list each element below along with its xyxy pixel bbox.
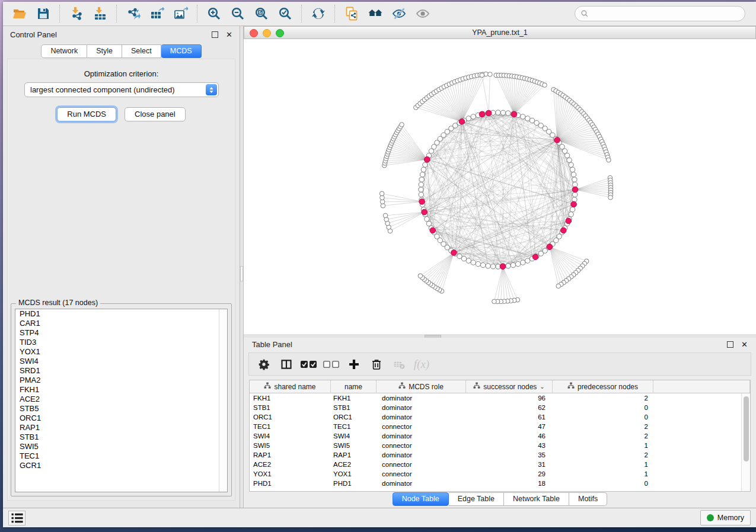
- table-cell: 35: [466, 451, 553, 459]
- mcds-result-item[interactable]: GCR1: [15, 461, 227, 470]
- column-type-icon: [398, 382, 406, 391]
- mcds-result-item[interactable]: SWI5: [15, 442, 227, 451]
- mcds-result-item[interactable]: SRD1: [15, 366, 227, 376]
- table-row[interactable]: ACE2ACE2connector311: [250, 460, 750, 469]
- tab-motifs[interactable]: Motifs: [569, 492, 607, 506]
- mcds-result-item[interactable]: PHD1: [15, 309, 227, 319]
- deselect-all-icon[interactable]: [321, 355, 342, 373]
- network-view-canvas[interactable]: [244, 39, 756, 334]
- mcds-result-item[interactable]: TEC1: [15, 451, 227, 461]
- table-row[interactable]: STB1STB1dominator620: [250, 403, 750, 412]
- memory-button[interactable]: Memory: [700, 510, 751, 525]
- table-scrollbar[interactable]: [741, 393, 750, 491]
- column-type-icon: [264, 382, 271, 391]
- mcds-result-item[interactable]: STB1: [15, 432, 227, 442]
- mcds-result-item[interactable]: SWI4: [15, 357, 227, 366]
- control-panel-tabs: NetworkStyleSelectMCDS: [3, 44, 240, 58]
- mcds-result-item[interactable]: YOX1: [15, 347, 227, 357]
- close-panel-icon[interactable]: ✕: [226, 32, 232, 37]
- table-cell: PHD1: [250, 480, 331, 487]
- tab-mcds[interactable]: MCDS: [161, 44, 202, 58]
- task-history-button[interactable]: [8, 511, 25, 525]
- column-header-shared-name[interactable]: shared name: [250, 380, 331, 393]
- column-header-successor-nodes[interactable]: successor nodes⌄: [466, 380, 553, 393]
- import-table-icon[interactable]: [88, 4, 112, 23]
- add-column-icon[interactable]: [344, 355, 364, 373]
- mcds-result-item[interactable]: ORC1: [15, 414, 227, 423]
- table-row[interactable]: TEC1TEC1connector472: [250, 422, 750, 431]
- table-cell: SWI5: [331, 442, 377, 449]
- open-file-icon[interactable]: [8, 4, 31, 23]
- table-cell: connector: [377, 470, 466, 477]
- export-network-icon[interactable]: [122, 4, 145, 23]
- maximize-window-icon[interactable]: [276, 29, 284, 37]
- vertical-splitter[interactable]: [240, 26, 244, 508]
- close-window-icon[interactable]: [250, 29, 258, 37]
- float-panel-icon[interactable]: [212, 31, 218, 38]
- tab-style[interactable]: Style: [87, 44, 122, 58]
- table-row[interactable]: RAP1RAP1dominator352: [250, 450, 750, 460]
- criterion-select[interactable]: largest connected component (undirected)…: [24, 82, 219, 97]
- close-table-panel-icon[interactable]: ✕: [741, 342, 748, 347]
- table-row[interactable]: PHD1PHD1dominator180: [250, 479, 750, 488]
- search-input[interactable]: [592, 9, 739, 18]
- float-table-panel-icon[interactable]: [727, 341, 733, 348]
- mcds-result-item[interactable]: STP4: [15, 328, 227, 338]
- column-header-MCDS-role[interactable]: MCDS role: [377, 380, 466, 393]
- refresh-icon[interactable]: [307, 4, 330, 23]
- zoom-in-icon[interactable]: [202, 4, 226, 23]
- zoom-fit-icon[interactable]: [250, 4, 273, 23]
- zoom-out-icon[interactable]: [226, 4, 250, 23]
- table-cell: 2: [553, 395, 653, 402]
- mcds-result-item[interactable]: STB5: [15, 404, 227, 414]
- tab-network[interactable]: Network: [41, 44, 87, 58]
- mcds-result-title: MCDS result (17 nodes): [16, 299, 100, 307]
- close-panel-button[interactable]: Close panel: [125, 107, 186, 121]
- mcds-list-scrollbar[interactable]: [219, 309, 227, 492]
- mcds-result-item[interactable]: TID3: [15, 338, 227, 347]
- toolbar-separator: [301, 5, 302, 23]
- mcds-result-item[interactable]: FKH1: [15, 385, 227, 395]
- mcds-result-item[interactable]: RAP1: [15, 423, 227, 432]
- table-options-icon[interactable]: [254, 355, 274, 373]
- run-mcds-button[interactable]: Run MCDS: [57, 107, 116, 121]
- table-cell: YOX1: [331, 470, 377, 477]
- tab-network-table[interactable]: Network Table: [504, 492, 569, 506]
- table-row[interactable]: SWI5SWI5connector431: [250, 441, 750, 450]
- import-network-icon[interactable]: [65, 4, 88, 23]
- zoom-selected-icon[interactable]: [273, 4, 297, 23]
- minimize-window-icon[interactable]: [263, 29, 271, 37]
- memory-label: Memory: [717, 514, 744, 522]
- show-all-icon[interactable]: [411, 4, 435, 23]
- column-view-icon[interactable]: [276, 355, 296, 373]
- delete-column-icon[interactable]: [366, 355, 387, 373]
- mcds-result-item[interactable]: ACE2: [15, 395, 227, 404]
- column-header-name[interactable]: name: [331, 380, 377, 393]
- network-window-titlebar[interactable]: YPA_prune.txt_1: [244, 26, 756, 39]
- table-panel-title: Table Panel: [252, 340, 292, 349]
- mcds-result-list: PHD1CAR1STP4TID3YOX1SWI4SRD1PMA2FKH1ACE2…: [15, 309, 228, 492]
- column-header-predecessor-nodes[interactable]: predecessor nodes: [553, 380, 653, 393]
- table-row[interactable]: YOX1YOX1connector291: [250, 469, 750, 479]
- search-box[interactable]: [575, 6, 745, 21]
- table-scrollbar-thumb[interactable]: [744, 396, 749, 462]
- mcds-result-item[interactable]: CAR1: [15, 319, 227, 328]
- table-cell: ACE2: [250, 461, 331, 468]
- vertical-splitter-handle[interactable]: [240, 266, 243, 281]
- first-neighbors-icon[interactable]: [363, 4, 387, 23]
- tab-edge-table[interactable]: Edge Table: [449, 492, 504, 506]
- hide-selected-icon[interactable]: [387, 4, 411, 23]
- table-row[interactable]: SWI4SWI4dominator462: [250, 431, 750, 441]
- tab-node-table[interactable]: Node Table: [393, 492, 449, 506]
- table-row[interactable]: FKH1FKH1dominator962: [250, 393, 750, 403]
- mcds-result-item[interactable]: PMA2: [15, 376, 227, 385]
- export-image-icon[interactable]: [169, 4, 193, 23]
- save-session-icon[interactable]: [31, 4, 55, 23]
- duplicate-network-icon[interactable]: [340, 4, 363, 23]
- tab-select[interactable]: Select: [122, 44, 161, 58]
- select-all-icon[interactable]: [299, 355, 319, 373]
- export-table-icon[interactable]: [145, 4, 169, 23]
- table-cell: 0: [553, 480, 653, 487]
- table-cell: RAP1: [250, 451, 331, 459]
- table-row[interactable]: ORC1ORC1dominator610: [250, 412, 750, 422]
